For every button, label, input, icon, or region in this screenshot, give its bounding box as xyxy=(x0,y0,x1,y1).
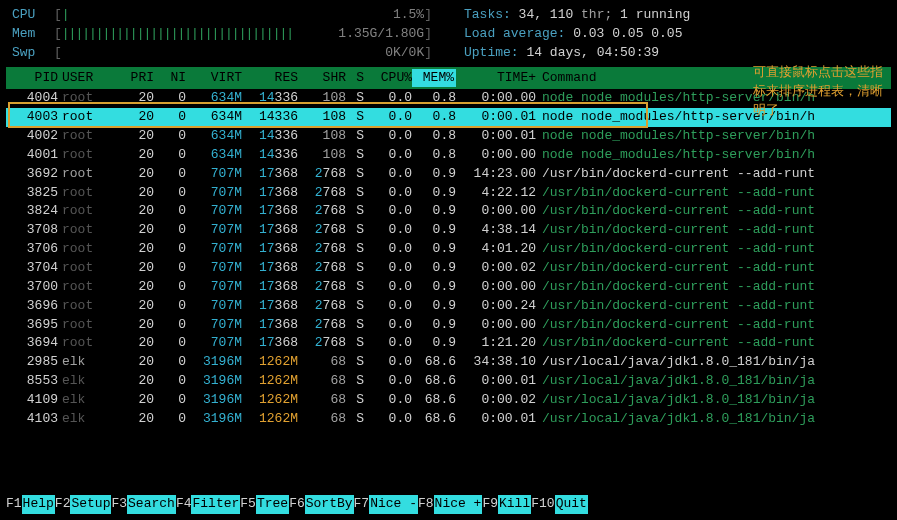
fkey-f8[interactable]: F8 xyxy=(418,495,434,514)
col-pid[interactable]: PID xyxy=(10,69,58,88)
uptime-label: Uptime: xyxy=(464,45,526,60)
flabel-search[interactable]: Search xyxy=(127,495,176,514)
annotation-text: 可直接鼠标点击这些指 标来排序进程表，清晰 明了 xyxy=(753,64,883,121)
swp-meter: Swp [ 0K/0K] xyxy=(12,44,432,63)
process-row[interactable]: 4001root200634M14336108S0.00.80:00.00nod… xyxy=(6,146,891,165)
cpu-label: CPU xyxy=(12,6,54,25)
mem-meter: Mem [|||||||||||||||||||||||||||||||||| … xyxy=(12,25,432,44)
cpu-value: 1.5% xyxy=(393,6,424,25)
fkey-f7[interactable]: F7 xyxy=(354,495,370,514)
fkey-f1[interactable]: F1 xyxy=(6,495,22,514)
col-time[interactable]: TIME+ xyxy=(456,69,536,88)
process-row[interactable]: 3696root200707M173682768S0.00.90:00.24/u… xyxy=(6,297,891,316)
uptime-value: 14 days, 04:50:39 xyxy=(526,45,659,60)
col-pri[interactable]: PRI xyxy=(114,69,154,88)
cpu-meter: CPU [| 1.5%] xyxy=(12,6,432,25)
flabel-kill[interactable]: Kill xyxy=(498,495,531,514)
footer: F1Help F2Setup F3SearchF4FilterF5Tree F6… xyxy=(6,495,588,514)
flabel-filter[interactable]: Filter xyxy=(191,495,240,514)
flabel-quit[interactable]: Quit xyxy=(555,495,588,514)
tasks-label: Tasks: xyxy=(464,7,519,22)
load-label: Load average: xyxy=(464,26,573,41)
process-row[interactable]: 3692root200707M173682768S0.00.914:23.00/… xyxy=(6,165,891,184)
process-row[interactable]: 3824root200707M173682768S0.00.90:00.00/u… xyxy=(6,202,891,221)
tasks-line: Tasks: 34, 110 thr; 1 running xyxy=(464,6,690,25)
process-row[interactable]: 4109elk2003196M1262M68S0.068.60:00.02/us… xyxy=(6,391,891,410)
fkey-f4[interactable]: F4 xyxy=(176,495,192,514)
process-row[interactable]: 2985elk2003196M1262M68S0.068.634:38.10/u… xyxy=(6,353,891,372)
swp-label: Swp xyxy=(12,44,54,63)
fkey-f3[interactable]: F3 xyxy=(111,495,127,514)
load-values: 0.03 0.05 0.05 xyxy=(573,26,682,41)
mem-label: Mem xyxy=(12,25,54,44)
swp-value: 0K/0K xyxy=(385,44,424,63)
mem-value: 1.35G/1.80G xyxy=(338,25,424,44)
mem-bar: |||||||||||||||||||||||||||||||||| xyxy=(62,25,293,44)
col-s[interactable]: S xyxy=(346,69,364,88)
process-row[interactable]: 3695root200707M173682768S0.00.90:00.00/u… xyxy=(6,316,891,335)
process-table[interactable]: 4004root200634M14336108S0.00.80:00.00nod… xyxy=(6,89,891,428)
process-row[interactable]: 3825root200707M173682768S0.00.94:22.12/u… xyxy=(6,184,891,203)
col-shr[interactable]: SHR xyxy=(298,69,346,88)
flabel-sortby[interactable]: SortBy xyxy=(305,495,354,514)
running-count: 1 running xyxy=(620,7,690,22)
process-row[interactable]: 3694root200707M173682768S0.00.91:21.20/u… xyxy=(6,334,891,353)
cpu-bar: | xyxy=(62,6,69,25)
thr-count: 110 xyxy=(550,7,573,22)
col-virt[interactable]: VIRT xyxy=(186,69,242,88)
col-res[interactable]: RES xyxy=(242,69,298,88)
flabel-tree[interactable]: Tree xyxy=(256,495,289,514)
process-row[interactable]: 8553elk2003196M1262M68S0.068.60:00.01/us… xyxy=(6,372,891,391)
process-row[interactable]: 3700root200707M173682768S0.00.90:00.00/u… xyxy=(6,278,891,297)
process-row[interactable]: 4002root200634M14336108S0.00.80:00.01nod… xyxy=(6,127,891,146)
flabel-help[interactable]: Help xyxy=(22,495,55,514)
process-row[interactable]: 3708root200707M173682768S0.00.94:38.14/u… xyxy=(6,221,891,240)
col-cpu[interactable]: CPU% xyxy=(364,69,412,88)
flabel-nice -[interactable]: Nice - xyxy=(369,495,418,514)
load-line: Load average: 0.03 0.05 0.05 xyxy=(464,25,690,44)
process-row[interactable]: 3704root200707M173682768S0.00.90:00.02/u… xyxy=(6,259,891,278)
fkey-f5[interactable]: F5 xyxy=(240,495,256,514)
fkey-f6[interactable]: F6 xyxy=(289,495,305,514)
tasks-count: 34 xyxy=(519,7,535,22)
fkey-f10[interactable]: F10 xyxy=(531,495,554,514)
col-ni[interactable]: NI xyxy=(154,69,186,88)
fkey-f2[interactable]: F2 xyxy=(55,495,71,514)
flabel-nice +[interactable]: Nice + xyxy=(434,495,483,514)
header: CPU [| 1.5%] Mem [||||||||||||||||||||||… xyxy=(6,6,891,67)
flabel-setup[interactable]: Setup xyxy=(70,495,111,514)
fkey-f9[interactable]: F9 xyxy=(482,495,498,514)
uptime-line: Uptime: 14 days, 04:50:39 xyxy=(464,44,690,63)
col-user[interactable]: USER xyxy=(58,69,114,88)
process-row[interactable]: 4103elk2003196M1262M68S0.068.60:00.01/us… xyxy=(6,410,891,429)
process-row[interactable]: 3706root200707M173682768S0.00.94:01.20/u… xyxy=(6,240,891,259)
col-mem[interactable]: MEM% xyxy=(412,69,456,88)
